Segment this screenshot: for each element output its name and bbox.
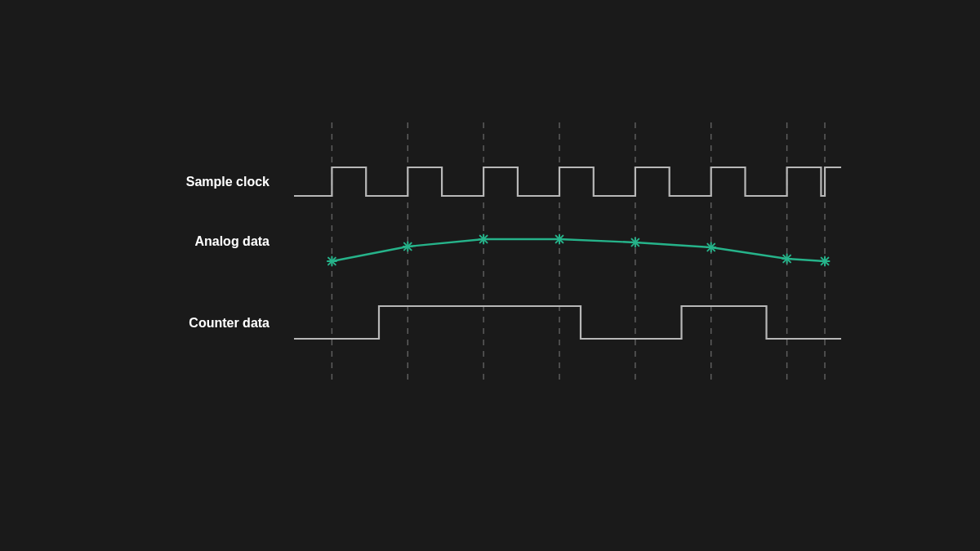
timing-diagram: Sample clock Analog data Counter data [0, 0, 980, 551]
diagram-svg [0, 0, 980, 551]
analog-data-trace [327, 235, 830, 266]
sample-clock-trace [294, 167, 841, 196]
counter-data-trace [294, 306, 841, 339]
